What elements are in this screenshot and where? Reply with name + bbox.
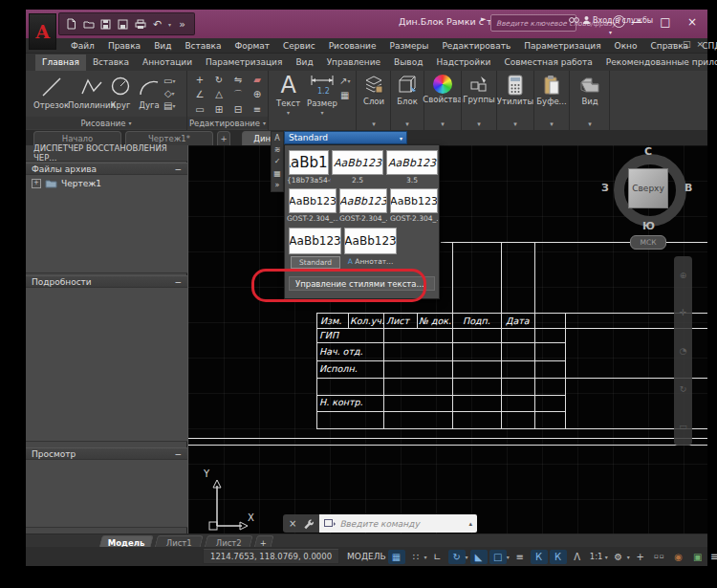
section-preview-header[interactable]: Просмотр − [26,447,187,460]
customize-wrench-icon[interactable] [302,518,314,530]
style-label-standard[interactable]: Standard [291,256,340,269]
trim-tool-icon[interactable]: ⌒ [233,88,243,101]
title-caret-icon[interactable]: ► [481,15,486,23]
menu-insert[interactable]: Вставка [178,41,228,51]
scale-caret-icon[interactable]: ▾ [605,554,608,560]
table-tool-icon[interactable]: ▦ [339,90,350,100]
command-expand-icon[interactable]: ▴ [468,520,472,528]
collapse-icon[interactable]: − [174,449,182,459]
text-style-icon[interactable]: A [274,134,279,142]
hardware-acceleration-icon[interactable]: ◉ [670,550,687,564]
style-tile-3[interactable]: AaBb123 [289,188,337,213]
settings-gear-icon[interactable]: ⚙ [610,550,627,564]
autocad-logo-button[interactable]: A [29,13,56,50]
style-tile-1[interactable]: AaBb123 [332,150,383,175]
ortho-toggle-icon[interactable]: ∟ [429,550,446,564]
tab-view[interactable]: Вид [289,54,319,71]
tab-home[interactable]: Главная [35,54,86,71]
mdi-minimize-icon[interactable]: — [668,39,677,49]
qat-overflow-icon[interactable]: » [176,18,188,31]
command-grip[interactable]: × [283,514,319,533]
style-tile-5[interactable]: AaBb123 [390,188,438,213]
groups-panel-button[interactable]: Группы [464,75,494,104]
view-panel-caret-icon[interactable]: ▾ [573,120,607,128]
polar-tracking-icon[interactable]: ↻ [448,550,466,564]
more-tools-icon[interactable]: » [275,181,280,189]
leader-tool-icon[interactable]: ↗▾ [339,76,350,86]
model-space-label[interactable]: МОДЕЛЬ [347,552,386,561]
nav-orbit-icon[interactable]: ↻ [680,384,687,394]
tab-manage[interactable]: Управление [320,54,387,71]
nav-motion-icon[interactable]: ▭ [679,422,687,431]
tree-expand-icon[interactable]: + [32,179,41,188]
viewcube-south[interactable]: Ю [642,220,655,232]
view-panel-button[interactable]: Вид [573,75,607,106]
tab-featured-apps[interactable]: Рекомендованные приложения [599,54,717,71]
panel-modify-label[interactable]: Редактирование▾ [187,117,268,129]
groups-panel-caret-icon[interactable]: ▾ [464,120,494,128]
nav-fullnav-icon[interactable]: ⊕ [680,271,687,280]
text-tool-button[interactable]: A Текст ▾ [276,73,300,116]
tab-insert[interactable]: Вставка [86,54,136,71]
hatch-tool-icon[interactable]: ▤▾ [163,100,175,111]
utilities-panel-caret-icon[interactable]: ▾ [499,120,532,128]
viewcube-west[interactable]: З [601,182,609,194]
annotation-scale-icon[interactable]: Λ [569,550,586,564]
search-binoculars-icon[interactable] [569,15,579,26]
menu-format[interactable]: Формат [228,41,277,51]
tab-output[interactable]: Вывод [387,54,429,71]
new-file-icon[interactable] [65,18,77,31]
minimize-button[interactable]: — [623,10,650,34]
rectangle-tool-icon[interactable]: ▭▾ [163,76,175,86]
menu-window[interactable]: Окно [608,41,644,51]
ellipse-tool-icon[interactable]: ◇▾ [163,88,175,98]
command-input[interactable]: Введите команду ▴ [319,514,477,533]
stretch-tool-icon[interactable]: ▭ [195,104,204,115]
viewcube-north[interactable]: С [644,145,652,158]
utilities-panel-button[interactable]: Утилиты [499,75,532,106]
mdi-close-icon[interactable]: × [696,39,704,49]
search-input[interactable]: Введите ключевое слово/фразу [490,14,576,32]
arc-tool-button[interactable]: Дуга [137,75,162,110]
snap-toggle-icon[interactable]: ∷ [407,550,424,564]
menu-tools[interactable]: Сервис [276,41,322,51]
combo-caret-icon[interactable]: ▾ [400,135,402,142]
annotation-visibility-icon[interactable]: К [531,550,548,564]
tab-collaborate[interactable]: Совместная работа [497,54,598,71]
undo-dropdown-icon[interactable]: ▾ [168,21,171,28]
polar-caret-icon[interactable]: ▾ [466,554,468,560]
layers-panel-button[interactable]: Слои [359,75,388,106]
erase-tool-icon[interactable]: ▰ [253,75,261,85]
grid-toggle-icon[interactable]: ▦ [388,550,405,564]
viewcube-face[interactable]: Сверху [628,168,668,208]
tree-item-drawing1[interactable]: + Чертеж1 [26,175,187,188]
table-style-icon[interactable]: ▦ [273,169,281,178]
maximize-button[interactable]: □ [652,10,679,34]
style-tile-7[interactable]: AaBb123 [344,228,397,254]
style-tile-0[interactable]: AaBb12 [289,150,329,175]
explode-tool-icon[interactable]: ⊟ [234,104,242,115]
block-panel-caret-icon[interactable]: ▾ [393,120,422,128]
section-details-header[interactable]: Подробности − [26,275,187,288]
menu-dimension[interactable]: Размеры [383,41,436,51]
tab-parametric[interactable]: Параметризация [199,54,289,71]
navigation-bar[interactable]: ⊕ ✛ ◔ ↻ ▭ [674,256,692,446]
collapse-icon[interactable]: − [174,277,182,287]
osnap-caret-icon[interactable]: ▾ [507,554,510,560]
scale-tool-icon[interactable]: △ [215,89,223,99]
isodraft-icon[interactable]: ◣ [470,550,488,564]
new-file-tab-button[interactable]: + [217,131,230,145]
clipboard-panel-caret-icon[interactable]: ▾ [536,120,567,128]
collapse-icon[interactable]: − [174,164,182,174]
circle-tool-button[interactable]: Круг [108,75,133,110]
panel-draw-label[interactable]: Рисование▾ [26,117,186,129]
isolate-objects-icon[interactable]: ▫▫ [651,550,668,564]
clean-screen-icon[interactable]: ▣ [689,550,706,564]
lineweight-icon[interactable]: ≡ [511,550,529,564]
annotation-autoscale-icon[interactable]: К [550,550,567,564]
menu-edit[interactable]: Правка [101,41,147,51]
wcs-button[interactable]: МСК [630,235,666,250]
properties-panel-button[interactable]: Свойства [426,75,459,104]
clipboard-panel-button[interactable]: Буфе... [536,75,567,106]
viewcube-east[interactable]: В [684,182,692,194]
